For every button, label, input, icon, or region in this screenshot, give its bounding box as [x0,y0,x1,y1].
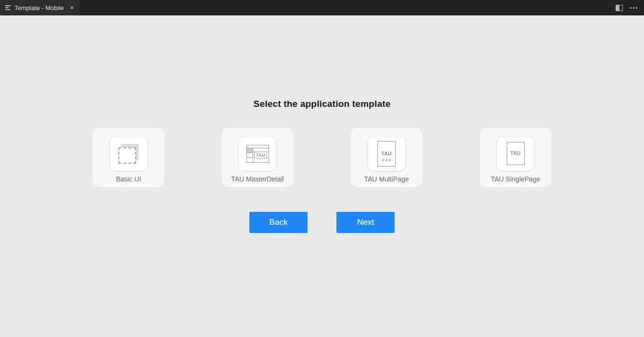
tau-multipage-icon: TAU [377,141,396,167]
basic-ui-icon [118,144,139,164]
template-label: Basic UI [116,175,141,183]
tau-singlepage-icon: TAU [507,142,525,165]
template-tile: TAU [496,136,535,171]
template-wizard-page: Select the application template Basic UI [0,15,644,337]
template-label: TAU MultiPage [364,175,409,183]
wizard-navigation: Back Next [249,212,395,233]
template-card-basic-ui[interactable]: Basic UI [92,128,165,187]
template-label: TAU SinglePage [491,175,540,183]
template-tile: TAU [238,136,277,171]
back-button[interactable]: Back [249,212,308,233]
tau-label: TAU [381,152,391,156]
template-list: Basic UI TAU [92,128,552,187]
template-card-tau-multipage[interactable]: TAU TAU MultiPage [350,128,423,187]
template-card-tau-singlepage[interactable]: TAU TAU SinglePage [479,128,552,187]
template-tile: TAU [367,136,406,171]
next-button[interactable]: Next [336,212,395,233]
page-dots [382,159,391,161]
split-editor-icon[interactable] [616,5,623,11]
tau-masterdetail-icon: TAU [246,145,269,163]
template-label: TAU MasterDetail [231,175,283,183]
editor-actions [616,0,644,15]
template-card-tau-masterdetail[interactable]: TAU TAU MasterDetail [221,128,294,187]
tab-template-mobile[interactable]: Template - Mobile ✕ [0,0,80,15]
page-title: Select the application template [254,97,391,110]
editor-tab-bar: Template - Mobile ✕ [0,0,644,15]
template-tile [109,136,148,171]
tau-label: TAU [510,151,520,156]
close-icon[interactable]: ✕ [68,3,76,12]
tau-label: TAU [254,152,267,158]
more-actions-icon[interactable] [630,6,637,10]
list-icon [5,5,11,11]
tab-title: Template - Mobile [14,4,64,12]
